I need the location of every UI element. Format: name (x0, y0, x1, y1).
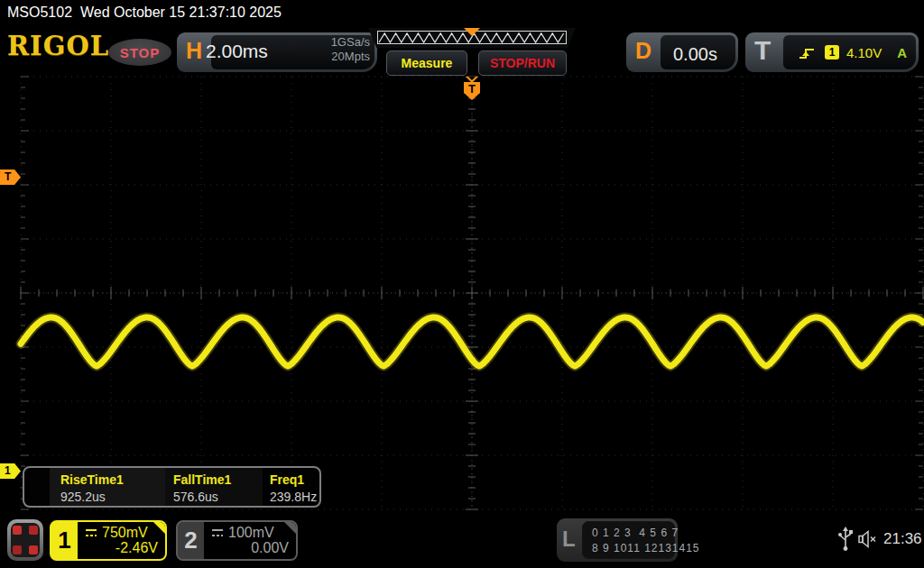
graticule-grid (0, 76, 924, 510)
measurement-name: Freq1 (270, 472, 304, 487)
trigger-position-badge: T (464, 82, 480, 100)
trigger-position-marker[interactable]: T (464, 79, 480, 100)
grid-square-icon (29, 545, 38, 554)
waveform-overview-strip[interactable] (368, 28, 576, 48)
trigger-level-value: 4.10V (846, 45, 882, 60)
measure-button[interactable]: Measure (386, 50, 467, 76)
mute-icon[interactable] (857, 529, 879, 549)
grid-square-icon (13, 526, 22, 535)
logic-label: L (562, 527, 576, 552)
channel2-readout: 100mV 0.00V (204, 522, 296, 559)
dc-coupling-icon (84, 527, 98, 538)
measurement-name: FallTime1 (173, 472, 231, 487)
grid-square-icon (13, 545, 22, 554)
memory-depth: 20Mpts (331, 50, 370, 64)
measurement-readout-panel[interactable]: RiseTime1 925.2us FallTime1 576.6us Freq… (23, 466, 321, 508)
trigger-source-badge: 1 (825, 45, 839, 60)
delay-value: 0.00s (673, 44, 717, 65)
measurement-value: 239.8Hz (270, 490, 317, 504)
channel2-status-tab[interactable]: 2 100mV 0.00V (176, 520, 298, 561)
title-bar: MSO5102 Wed October 15 21:37:10 2025 (0, 0, 924, 25)
graticule-area: T T 1 RiseTime1 925.2us FallTime1 576.6u… (0, 76, 924, 510)
trigger-sweep-mode: A (897, 45, 907, 60)
stop-run-button[interactable]: STOP/RUN (478, 50, 567, 76)
logic-row-2: 8 9 1011 12131415 (592, 541, 674, 556)
acquisition-rates: 1GSa/s 20Mpts (331, 35, 370, 64)
delay-label: D (635, 38, 651, 64)
trigger-panel[interactable]: T 1 4.10V A (745, 32, 919, 72)
measurement-value: 925.2us (60, 490, 106, 504)
channel2-number: 2 (178, 522, 204, 559)
horizontal-label: H (186, 38, 202, 64)
grid-square-icon (29, 526, 38, 535)
brand-logo: RIGOL (7, 31, 109, 61)
measurement-value: 576.6us (173, 490, 218, 504)
channel1-scale: 750mV (102, 525, 148, 541)
logic-channels-tab[interactable]: L 0 1 2 3 4 5 6 7 8 9 1011 12131415 (557, 518, 678, 562)
trigger-label: T (754, 35, 771, 66)
sample-rate: 1GSa/s (331, 35, 370, 50)
oscilloscope-screen: MSO5102 Wed October 15 21:37:10 2025 RIG… (0, 0, 924, 568)
channel2-scale: 100mV (228, 525, 274, 541)
horizontal-panel[interactable]: H 2.00ms 1GSa/s 20Mpts (177, 32, 377, 72)
timebase-value: 2.00ms (206, 41, 268, 62)
usb-icon (837, 527, 854, 552)
channel1-offset: -2.46V (116, 540, 158, 556)
logic-row-1: 0 1 2 3 4 5 6 7 (592, 526, 674, 541)
channel1-number: 1 (51, 522, 78, 559)
run-state-label: STOP (120, 45, 161, 60)
trigger-position-arrow-icon (466, 77, 478, 83)
top-control-bar: RIGOL STOP H 2.00ms 1GSa/s 20Mpts Measur… (0, 25, 924, 76)
clock: 21:36 (883, 530, 922, 548)
delay-panel[interactable]: D 0.00s (626, 32, 738, 72)
model-and-datetime: MSO5102 Wed October 15 21:37:10 2025 (7, 5, 282, 21)
channel1-status-tab[interactable]: 1 750mV -2.46V (50, 520, 167, 561)
rising-edge-icon (798, 44, 816, 60)
channel2-offset: 0.00V (251, 540, 289, 556)
run-state-badge: STOP (108, 39, 171, 66)
bottom-status-bar: 1 750mV -2.46V 2 (0, 510, 924, 568)
dc-coupling-icon (210, 527, 225, 538)
logic-channel-list: 0 1 2 3 4 5 6 7 8 9 1011 12131415 (582, 521, 675, 559)
overview-position-icon[interactable] (464, 28, 480, 36)
channel1-readout: 750mV -2.46V (78, 522, 165, 559)
function-grid-icon[interactable] (7, 519, 43, 561)
measurement-name: RiseTime1 (60, 472, 124, 487)
